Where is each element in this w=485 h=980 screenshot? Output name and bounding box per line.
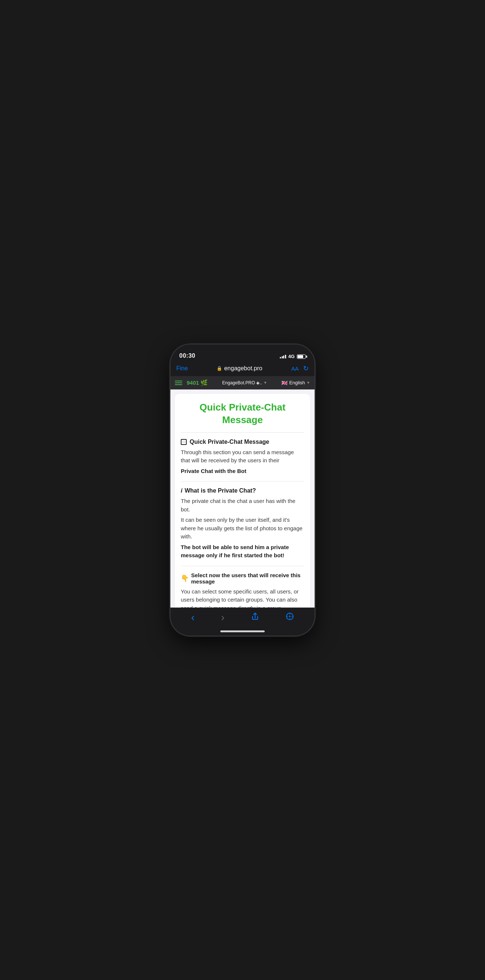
- lock-icon: 🔒: [217, 366, 222, 371]
- section3-heading-text: Select now the users that will receive t…: [191, 572, 304, 585]
- nav-forward-button[interactable]: ›: [218, 609, 227, 626]
- battery-fill: [298, 355, 303, 358]
- browser-bar: Fine 🔒 engagebot.pro AA ↻: [171, 362, 314, 376]
- page-title: Quick Private-Chat Message: [181, 401, 304, 433]
- content-area[interactable]: Quick Private-Chat Message □ Quick Priva…: [171, 390, 314, 608]
- section-select-users: 👇 Select now the users that will receive…: [181, 566, 304, 608]
- browser-actions: AA ↻: [291, 364, 309, 372]
- browser-back-button[interactable]: Fine: [176, 365, 188, 372]
- section1-text: Through this section you can send a mess…: [181, 448, 304, 465]
- section2-heading: i What is the Private Chat?: [181, 487, 304, 494]
- browser-refresh-button[interactable]: ↻: [303, 364, 309, 372]
- finger-pointing-icon: 👇: [181, 574, 189, 582]
- coins-count: 9401: [187, 380, 199, 386]
- section2-bold-text: The bot will be able to send him a priva…: [181, 543, 304, 560]
- share-button[interactable]: [248, 609, 262, 625]
- bot-selector-dropdown[interactable]: EngageBot.PRO ◈.. ▼: [212, 380, 277, 385]
- signal-bar-1: [280, 357, 281, 358]
- home-indicator: [171, 627, 314, 636]
- language-arrow-icon: ▼: [306, 380, 310, 385]
- phone-notch: [213, 344, 272, 355]
- signal-bar-4: [285, 355, 286, 358]
- nav-bar: 9401 🌿 EngageBot.PRO ◈.. ▼ 🇬🇧 English ▼: [171, 376, 314, 390]
- section1-bold-text: Private Chat with the Bot: [181, 467, 304, 476]
- hamburger-menu-button[interactable]: [175, 380, 182, 385]
- info-i-icon: i: [181, 487, 182, 494]
- section3-heading: 👇 Select now the users that will receive…: [181, 572, 304, 585]
- status-time: 00:30: [179, 353, 195, 359]
- language-label: English: [289, 380, 305, 385]
- language-selector-dropdown[interactable]: 🇬🇧 English ▼: [281, 380, 310, 386]
- home-bar: [220, 630, 265, 632]
- section1-heading-text: Quick Private-Chat Message: [190, 439, 269, 445]
- battery-icon: [297, 355, 306, 359]
- signal-bar-2: [282, 356, 283, 358]
- section-private-chat-info: i What is the Private Chat? The private …: [181, 482, 304, 566]
- coins-display: 9401 🌿: [187, 379, 208, 386]
- section2-heading-text: What is the Private Chat?: [185, 487, 256, 494]
- browser-aa-button[interactable]: AA: [291, 366, 299, 372]
- bottom-nav: ‹ ›: [171, 608, 314, 627]
- bot-selector-arrow-icon: ▼: [263, 380, 267, 385]
- phone-frame: 00:30 4G Fine 🔒 engagebot.pro AA ↻: [171, 344, 314, 636]
- network-type: 4G: [288, 354, 295, 359]
- flag-icon: 🇬🇧: [281, 380, 287, 386]
- content-card: Quick Private-Chat Message □ Quick Priva…: [175, 394, 310, 608]
- bot-selector-label: EngageBot.PRO ◈..: [222, 380, 262, 385]
- signal-bars-icon: [280, 355, 286, 358]
- section1-heading: □ Quick Private-Chat Message: [181, 439, 304, 445]
- status-icons: 4G: [280, 354, 306, 359]
- section2-text1: The private chat is the chat a user has …: [181, 497, 304, 514]
- coin-icon: 🌿: [200, 379, 208, 386]
- nav-back-button[interactable]: ‹: [188, 609, 198, 626]
- browser-url: engagebot.pro: [224, 365, 262, 372]
- compass-button[interactable]: [283, 609, 297, 625]
- question-box-icon: □: [181, 439, 187, 445]
- svg-point-1: [289, 616, 290, 617]
- hamburger-line-2: [175, 382, 182, 383]
- hamburger-line-1: [175, 380, 182, 381]
- hamburger-line-3: [175, 384, 182, 385]
- section3-text: You can select some specific users, all …: [181, 587, 304, 608]
- section-quick-chat: □ Quick Private-Chat Message Through thi…: [181, 433, 304, 482]
- signal-bar-3: [283, 355, 284, 358]
- browser-url-area[interactable]: 🔒 engagebot.pro: [217, 365, 262, 372]
- section2-text2: It can be seen only by the user itself, …: [181, 516, 304, 541]
